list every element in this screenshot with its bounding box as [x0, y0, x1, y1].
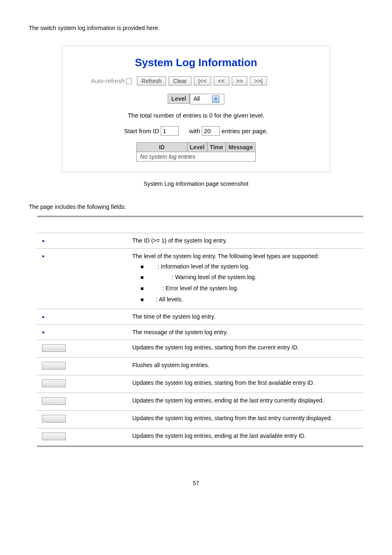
fields-intro: The page includes the following fields: — [29, 204, 363, 210]
object-next — [37, 410, 127, 428]
table-row: • The time of the system log entry. — [37, 309, 363, 324]
total-entries-text: The total number of entries is 0 for the… — [74, 112, 318, 119]
log-table: ID Level Time Message No system log entr… — [136, 142, 256, 162]
object-clear — [37, 357, 127, 375]
toolbar: Auto-refresh Refresh Clear |<< << >> >>| — [91, 76, 318, 86]
intro-text: The switch system log information is pro… — [29, 25, 363, 31]
table-row: Flushes all system log entries. — [37, 357, 363, 375]
object-level: • — [37, 248, 127, 309]
th-message: Message — [226, 143, 256, 152]
auto-refresh-label: Auto-refresh — [91, 77, 125, 84]
table-row: Updates the system log entries, ending a… — [37, 393, 363, 410]
desc-last: Updates the system log entries, ending a… — [127, 428, 363, 446]
table-row: • The message of the system log entry. — [37, 324, 363, 340]
desc-level: The level of the system log entry. The f… — [127, 248, 363, 309]
entries-input[interactable]: 20 — [202, 126, 220, 136]
object-prev — [37, 393, 127, 410]
table-row: • The ID (>= 1) of the system log entry. — [37, 233, 363, 248]
pagination-row: Start from ID 1 with 20 entries per page… — [74, 126, 318, 136]
page-number: 57 — [29, 480, 363, 486]
start-from-label: Start from ID — [124, 127, 159, 134]
last-page-button[interactable]: >>| — [250, 76, 267, 86]
desc-message: The message of the system log entry. — [127, 324, 363, 340]
object-message: • — [37, 324, 127, 340]
level-filter-row: LevelAll▾ — [74, 94, 318, 104]
desc-id: The ID (>= 1) of the system log entry. — [127, 233, 363, 248]
object-time: • — [37, 309, 127, 324]
first-page-button[interactable]: |<< — [194, 76, 211, 86]
refresh-button[interactable]: Refresh — [137, 76, 166, 86]
table-row: Updates the system log entries, starting… — [37, 410, 363, 428]
th-time: Time — [207, 143, 226, 152]
table-row: • The level of the system log entry. The… — [37, 248, 363, 309]
fields-table: • The ID (>= 1) of the system log entry.… — [37, 216, 363, 447]
chevron-down-icon: ▾ — [212, 95, 219, 103]
auto-refresh-checkbox[interactable] — [126, 79, 132, 84]
start-id-input[interactable]: 1 — [161, 126, 179, 136]
panel-title: System Log Information — [74, 56, 318, 69]
screenshot-caption: System Log Information page screenshot — [29, 180, 363, 187]
object-id: • — [37, 233, 127, 248]
table-row: Updates the system log entries, starting… — [37, 375, 363, 393]
object-first — [37, 375, 127, 393]
screenshot-panel: System Log Information Auto-refresh Refr… — [62, 46, 330, 172]
next-page-button[interactable]: >> — [232, 76, 247, 86]
desc-prev: Updates the system log entries, ending a… — [127, 393, 363, 410]
prev-page-button[interactable]: << — [214, 76, 229, 86]
object-refresh — [37, 340, 127, 357]
level-select[interactable]: All▾ — [190, 94, 224, 104]
entries-per-page-label: entries per page. — [221, 127, 268, 134]
th-level: Level — [187, 143, 207, 152]
desc-clear: Flushes all system log entries. — [127, 357, 363, 375]
desc-time: The time of the system log entry. — [127, 309, 363, 324]
with-label: with — [189, 127, 200, 134]
level-label: Level — [168, 94, 190, 104]
no-entries-cell: No system log entries — [136, 152, 255, 162]
clear-button[interactable]: Clear — [168, 76, 191, 86]
desc-next: Updates the system log entries, starting… — [127, 410, 363, 428]
desc-first: Updates the system log entries, starting… — [127, 375, 363, 393]
table-row: Updates the system log entries, starting… — [37, 340, 363, 357]
table-row: Updates the system log entries, ending a… — [37, 428, 363, 446]
th-id: ID — [136, 143, 187, 152]
object-last — [37, 428, 127, 446]
level-select-value: All — [194, 95, 200, 102]
desc-refresh: Updates the system log entries, starting… — [127, 340, 363, 357]
